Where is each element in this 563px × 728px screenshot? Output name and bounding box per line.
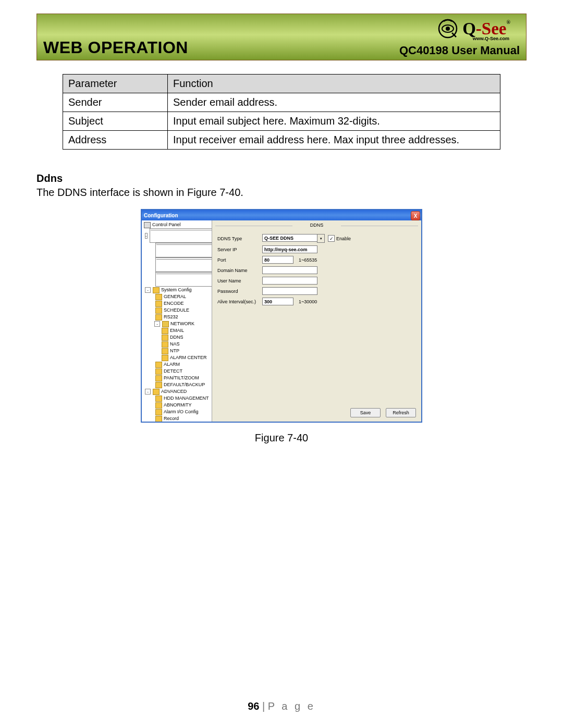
page-footer: 96 | P a g e <box>0 700 563 712</box>
folder-icon <box>153 389 160 395</box>
alive-label: Alive Interval(sec.) <box>217 299 262 304</box>
tree-item-network[interactable]: NETWORK <box>170 320 194 327</box>
brand-text: Q-See® <box>462 19 510 39</box>
port-hint: 1~65535 <box>299 257 317 263</box>
folder-icon <box>162 355 168 361</box>
ddns-type-select[interactable]: Q-SEE DDNS <box>262 234 317 242</box>
serverip-input[interactable]: http://myq-see.com <box>262 245 317 253</box>
serverip-label: Server IP <box>217 247 262 252</box>
folder-icon <box>155 375 162 381</box>
brand-dash: - <box>476 19 482 38</box>
tree-item-record[interactable]: Record <box>164 415 179 422</box>
tree-item-abnormity[interactable]: ABNORMITY <box>164 402 192 409</box>
folder-icon <box>162 328 168 334</box>
col-parameter: Parameter <box>63 75 168 93</box>
table-head-row: Parameter Function <box>63 75 500 93</box>
configuration-window: Configuration X Control Panel -Query Sys… <box>141 209 422 423</box>
tree-item-ntp[interactable]: NTP <box>170 348 179 354</box>
tree-item-hddmgmt[interactable]: HDD MANAGEMENT <box>164 395 209 402</box>
folder-icon <box>155 307 162 314</box>
panel-section-label: DDNS <box>310 223 324 228</box>
table-row: Subject Input email subject here. Maximu… <box>63 112 500 131</box>
tree-item-alarmcenter[interactable]: ALARM CENTER <box>170 354 207 361</box>
settings-panel: DDNS DDNS Type Q-SEE DDNS ▾ ✓ Enable Ser… <box>212 220 421 422</box>
collapse-icon[interactable]: - <box>145 389 151 394</box>
svg-point-2 <box>446 27 450 31</box>
footer-sep: | <box>259 700 267 712</box>
port-input[interactable]: 80 <box>262 256 293 264</box>
section-text: The DDNS interface is shown in Figure 7-… <box>36 187 527 199</box>
refresh-button[interactable]: Refresh <box>386 408 416 417</box>
tree-item-detect[interactable]: DETECT <box>164 368 182 375</box>
collapse-icon[interactable]: - <box>145 287 151 293</box>
alive-input[interactable]: 300 <box>262 298 293 305</box>
trademark-icon: ® <box>507 19 510 25</box>
folder-icon <box>155 301 162 307</box>
brand-see: See <box>482 19 507 38</box>
alive-hint: 1~30000 <box>299 299 317 304</box>
folder-icon <box>153 287 160 293</box>
page-header-banner: Q-See® www.Q-See.com WEB OPERATION QC401… <box>36 14 527 60</box>
figure-caption: Figure 7-40 <box>36 432 527 444</box>
col-function: Function <box>168 75 500 93</box>
tree-item-schedule[interactable]: SCHEDULE <box>164 307 189 314</box>
parameter-table: Parameter Function Sender Sender email a… <box>63 74 500 150</box>
collapse-icon[interactable]: - <box>145 233 148 239</box>
page-icon <box>155 272 212 287</box>
brand-logo: Q-See® www.Q-See.com <box>436 17 510 40</box>
page-title: WEB OPERATION <box>43 38 188 57</box>
brand-q: Q <box>462 19 476 38</box>
close-icon[interactable]: X <box>411 211 420 220</box>
domain-label: Domain Name <box>217 268 262 273</box>
tree-item-syscfg[interactable]: System Config <box>161 287 192 293</box>
folder-icon <box>155 409 162 415</box>
folder-icon <box>155 396 162 402</box>
tree-item-ptz[interactable]: PAN/TILT/ZOOM <box>164 375 199 381</box>
folder-icon <box>155 382 162 388</box>
enable-label: Enable <box>336 236 351 241</box>
folder-icon <box>155 416 162 422</box>
collapse-icon[interactable]: - <box>154 321 160 327</box>
tree-item-advanced[interactable]: ADVANCED <box>161 388 187 395</box>
window-titlebar[interactable]: Configuration X <box>142 210 421 220</box>
folder-icon <box>162 348 168 354</box>
tree-item-alarm[interactable]: ALARM <box>164 361 180 368</box>
folder-icon <box>155 362 162 368</box>
tree-item-nas[interactable]: NAS <box>170 341 180 348</box>
window-title: Configuration <box>144 213 178 218</box>
folder-icon <box>155 294 162 300</box>
param-desc: Sender email address. <box>168 93 500 112</box>
enable-checkbox[interactable]: ✓ <box>328 235 335 242</box>
page-icon <box>150 228 212 243</box>
chevron-down-icon[interactable]: ▾ <box>317 234 325 243</box>
tree-root[interactable]: Control Panel <box>152 221 181 228</box>
tree-item-email[interactable]: EMAIL <box>170 327 184 334</box>
page-number: 96 <box>248 700 259 712</box>
nav-tree[interactable]: Control Panel -Query System Info VERSION… <box>142 220 212 422</box>
username-input[interactable] <box>262 277 317 285</box>
save-button[interactable]: Save <box>350 408 381 417</box>
param-desc: Input email subject here. Maximum 32-dig… <box>168 112 500 131</box>
manual-title: QC40198 User Manual <box>399 44 520 57</box>
password-input[interactable] <box>262 287 317 295</box>
tree-item-general[interactable]: GENERAL <box>164 293 186 300</box>
param-name: Address <box>63 131 168 150</box>
qsee-eye-icon <box>436 17 459 40</box>
param-name: Sender <box>63 93 168 112</box>
domain-input[interactable] <box>262 266 317 274</box>
page-icon <box>155 243 212 257</box>
tree-item-ddns[interactable]: DDNS <box>170 334 183 341</box>
footer-text: P a g e <box>268 700 315 712</box>
tree-item-rs232[interactable]: RS232 <box>164 314 178 320</box>
divider <box>215 226 292 226</box>
username-label: User Name <box>217 278 262 283</box>
table-row: Address Input receiver email address her… <box>63 131 500 150</box>
tree-item-encode[interactable]: ENCODE <box>164 300 184 307</box>
table-row: Sender Sender email address. <box>63 93 500 112</box>
divider <box>341 226 418 226</box>
tree-item-defaultbackup[interactable]: DEFAULT/BACKUP <box>164 381 205 388</box>
folder-icon <box>155 314 162 320</box>
folder-icon <box>162 335 168 341</box>
tree-item-alarmio[interactable]: Alarm I/O Config <box>164 409 199 415</box>
page-icon <box>155 257 212 272</box>
